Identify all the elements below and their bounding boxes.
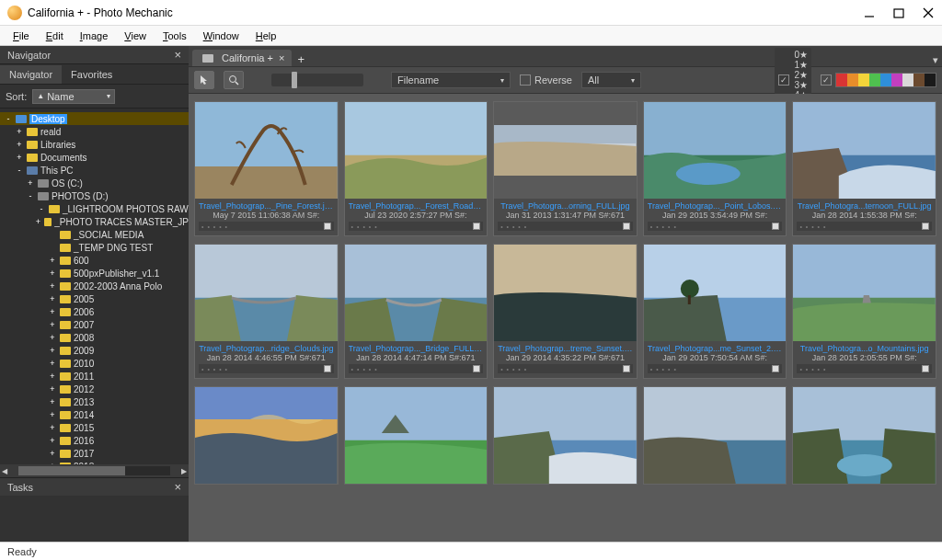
tree-item[interactable]: +OS (C:) <box>0 177 189 189</box>
thumbnail-card[interactable] <box>792 386 936 485</box>
color-swatch[interactable] <box>847 74 858 86</box>
color-swatch[interactable] <box>913 74 925 86</box>
menu-file[interactable]: File <box>6 29 37 43</box>
tree-item[interactable]: -PHOTOS (D:) <box>0 189 189 202</box>
thumbnail-checkbox[interactable] <box>473 365 480 372</box>
star-1[interactable]: 1★ <box>794 60 808 70</box>
color-toggle-checkbox[interactable] <box>821 74 832 86</box>
thumbnail-date: Jan 29 2015 7:50:54 AM S#: <box>648 353 783 362</box>
rating-dots-icon: • • • • • <box>500 223 527 230</box>
tree-item[interactable]: +2013 <box>0 395 189 408</box>
thumbnail-card[interactable]: Travel_Photograp..._Point_Lobos.jpg Jan … <box>643 101 787 236</box>
maximize-button[interactable] <box>892 6 905 19</box>
close-button[interactable] <box>922 6 935 19</box>
thumbnail-checkbox[interactable] <box>473 223 480 230</box>
folder-tree[interactable]: -Desktop+reald+Libraries+Documents-This … <box>0 109 189 464</box>
thumbnail-card[interactable]: Travel_Photograp...treme_Sunset.jpg Jan … <box>493 244 638 379</box>
tree-item[interactable]: +2010 <box>0 357 189 370</box>
tree-item[interactable]: +Libraries <box>0 138 189 151</box>
menu-help[interactable]: Help <box>248 29 284 43</box>
color-swatch[interactable] <box>925 74 936 86</box>
new-tab-button[interactable]: + <box>297 52 304 66</box>
reverse-checkbox[interactable] <box>520 74 531 86</box>
color-swatch[interactable] <box>858 74 869 86</box>
navigator-close-icon[interactable]: × <box>174 48 181 62</box>
minimize-button[interactable] <box>863 6 876 19</box>
sort-combo[interactable]: ▲Name▾ <box>32 89 115 104</box>
tree-item[interactable]: +2015 <box>0 421 189 434</box>
tab-favorites[interactable]: Favorites <box>62 65 121 84</box>
tree-item[interactable]: +600 <box>0 254 189 267</box>
thumbnail-card[interactable] <box>194 386 339 485</box>
color-swatch[interactable] <box>902 74 913 86</box>
tab-close-icon[interactable]: × <box>279 52 284 63</box>
thumbnail-checkbox[interactable] <box>324 365 331 372</box>
thumbnail-card[interactable]: Travel_Photogra...orning_FULL.jpg Jan 31… <box>493 101 638 236</box>
color-swatch[interactable] <box>836 74 847 86</box>
thumbnail-checkbox[interactable] <box>324 223 331 230</box>
rating-dots-icon: • • • • • <box>799 223 826 230</box>
star-3[interactable]: 3★ <box>794 80 808 90</box>
thumbnail-image <box>195 102 338 199</box>
tree-item[interactable]: _SOCIAL MEDIA <box>0 228 189 241</box>
tree-item[interactable]: +500pxPublisher_v1.1 <box>0 267 189 280</box>
tree-item[interactable]: -Desktop <box>0 112 189 125</box>
tree-item[interactable]: _TEMP DNG TEST <box>0 241 189 254</box>
thumbnail-card[interactable]: Travel_Photogra...ternoon_FULL.jpg Jan 2… <box>792 101 936 236</box>
thumbnail-card[interactable]: Travel_Photogra...o_Mountains.jpg Jan 28… <box>792 244 936 379</box>
color-swatch[interactable] <box>880 74 891 86</box>
tree-item[interactable]: +2011 <box>0 370 189 383</box>
zoom-tool-button[interactable] <box>224 71 244 89</box>
tree-item[interactable]: +2014 <box>0 408 189 421</box>
filter-combo[interactable]: All▾ <box>581 72 641 88</box>
tree-item[interactable]: +2017 <box>0 447 189 460</box>
thumbnail-size-slider[interactable] <box>271 74 363 86</box>
color-swatch[interactable] <box>891 74 902 86</box>
menu-view[interactable]: View <box>117 29 154 43</box>
tree-item[interactable]: +2005 <box>0 292 189 305</box>
thumbnail-checkbox[interactable] <box>772 365 779 372</box>
thumbnail-checkbox[interactable] <box>772 223 779 230</box>
tab-navigator[interactable]: Navigator <box>0 65 62 84</box>
thumbnail-card[interactable] <box>643 386 787 485</box>
tree-item[interactable]: -This PC <box>0 164 189 177</box>
star-0[interactable]: 0★ <box>794 50 808 60</box>
menu-image[interactable]: Image <box>73 29 116 43</box>
thumbnail-card[interactable]: Travel_Photograp..._Bridge_FULL.jpg Jan … <box>344 244 488 379</box>
tasks-close-icon[interactable]: × <box>174 480 181 494</box>
tree-scrollbar[interactable]: ◀ ▶ <box>0 464 189 477</box>
thumbnail-checkbox[interactable] <box>922 365 929 372</box>
color-swatch[interactable] <box>869 74 880 86</box>
thumbnail-card[interactable]: Travel_Photograp...ridge_Clouds.jpg Jan … <box>194 244 339 379</box>
sort-field-combo[interactable]: Filename▾ <box>391 72 511 88</box>
tree-item[interactable]: +2002-2003 Anna Polo <box>0 280 189 292</box>
tree-item[interactable]: +2012 <box>0 383 189 395</box>
tab-menu-icon[interactable]: ▾ <box>933 54 938 66</box>
thumbnail-grid[interactable]: Travel_Photograp..._Pine_Forest.jpg May … <box>189 94 942 542</box>
thumbnail-card[interactable]: Travel_Photograp...me_Sunset_2.jpg Jan 2… <box>643 244 787 379</box>
menubar: FileEditImageViewToolsWindowHelp <box>0 26 942 46</box>
thumbnail-card[interactable]: Travel_Photograp..._Forest_Road.jpg Jul … <box>344 101 488 236</box>
tree-item[interactable]: +2007 <box>0 318 189 331</box>
tree-item[interactable]: +2016 <box>0 434 189 447</box>
tree-item[interactable]: +reald <box>0 125 189 138</box>
thumbnail-checkbox[interactable] <box>623 365 630 372</box>
menu-edit[interactable]: Edit <box>39 29 71 43</box>
tree-item[interactable]: +2009 <box>0 344 189 357</box>
thumbnail-card[interactable]: Travel_Photograp..._Pine_Forest.jpg May … <box>194 101 339 236</box>
thumbnail-checkbox[interactable] <box>922 223 929 230</box>
rating-toggle-checkbox[interactable] <box>778 74 789 86</box>
thumbnail-checkbox[interactable] <box>623 223 630 230</box>
menu-window[interactable]: Window <box>196 29 247 43</box>
menu-tools[interactable]: Tools <box>155 29 194 43</box>
tree-item[interactable]: +_PHOTO TRACES MASTER_JP <box>0 215 189 228</box>
contact-sheet-tab[interactable]: California + × <box>192 50 292 66</box>
tree-item[interactable]: +2006 <box>0 305 189 318</box>
thumbnail-card[interactable] <box>493 386 638 485</box>
tree-item[interactable]: +Documents <box>0 151 189 164</box>
tree-item[interactable]: -_LIGHTROOM PHOTOS RAW <box>0 202 189 215</box>
pointer-tool-button[interactable] <box>194 71 214 89</box>
thumbnail-card[interactable] <box>344 386 488 485</box>
tree-item[interactable]: +2008 <box>0 331 189 344</box>
star-2[interactable]: 2★ <box>794 70 808 80</box>
